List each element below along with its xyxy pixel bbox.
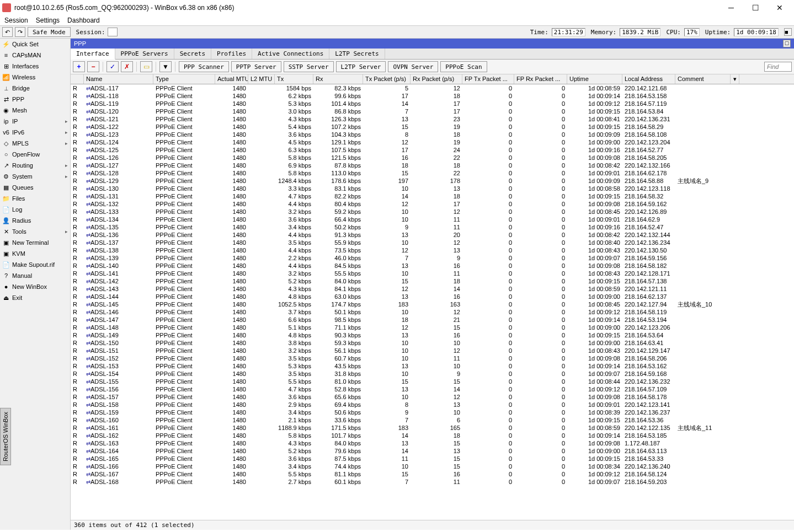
table-row[interactable]: R⇄ADSL-124PPPoE Client14804.5 kbps129.1 … — [71, 138, 794, 146]
table-row[interactable]: R⇄ADSL-150PPPoE Client14803.8 kbps59.3 k… — [71, 339, 794, 347]
pppoe-scan-button[interactable]: PPPoE Scan — [440, 61, 487, 72]
col-rx-packet[interactable]: Rx Packet (p/s) — [411, 74, 462, 84]
col-rx[interactable]: Rx — [313, 74, 363, 84]
table-row[interactable]: R⇄ADSL-147PPPoE Client14806.6 kbps98.5 k… — [71, 316, 794, 324]
sidebar-item-log[interactable]: 📄Log — [0, 204, 70, 215]
table-row[interactable]: R⇄ADSL-129PPPoE Client14801248.4 kbps178… — [71, 177, 794, 185]
menu-session[interactable]: Session — [4, 17, 28, 24]
sidebar-item-ipv6[interactable]: v6IPv6▸ — [0, 127, 70, 138]
table-row[interactable]: R⇄ADSL-119PPPoE Client14805.3 kbps101.4 … — [71, 100, 794, 108]
tab-interface[interactable]: Interface — [71, 49, 115, 60]
disable-button[interactable]: ✗ — [121, 61, 133, 72]
sidebar-item-capsman[interactable]: ≡CAPsMAN — [0, 50, 70, 61]
table-row[interactable]: R⇄ADSL-154PPPoE Client14803.5 kbps31.8 k… — [71, 370, 794, 378]
find-input[interactable] — [764, 62, 792, 72]
col-fp-tx-packet[interactable]: FP Tx Packet ... — [462, 74, 514, 84]
col-type[interactable]: Type — [153, 74, 215, 84]
sstp-server-button[interactable]: SSTP Server — [284, 61, 334, 72]
sidebar-item-ip[interactable]: ipIP▸ — [0, 116, 70, 127]
minimize-button[interactable]: ─ — [719, 0, 743, 15]
col-tx[interactable]: Tx — [275, 74, 313, 84]
table-row[interactable]: R⇄ADSL-141PPPoE Client14803.2 kbps55.5 k… — [71, 270, 794, 277]
menu-dashboard[interactable]: Dashboard — [67, 17, 100, 24]
col-local-address[interactable]: Local Address — [622, 74, 675, 84]
table-row[interactable]: R⇄ADSL-145PPPoE Client14801052.5 kbps174… — [71, 300, 794, 308]
table-row[interactable]: R⇄ADSL-165PPPoE Client14803.6 kbps87.5 k… — [71, 455, 794, 463]
table-row[interactable]: R⇄ADSL-138PPPoE Client14804.4 kbps73.5 k… — [71, 246, 794, 254]
remove-button[interactable]: − — [87, 61, 99, 72]
col-l2-mtu[interactable]: L2 MTU — [248, 74, 275, 84]
pptp-server-button[interactable]: PPTP Server — [231, 61, 281, 72]
sidebar-item-system[interactable]: ⚙System▸ — [0, 171, 70, 182]
col-uptime[interactable]: Uptime — [567, 74, 622, 84]
table-row[interactable]: R⇄ADSL-164PPPoE Client14805.2 kbps79.6 k… — [71, 447, 794, 455]
table-row[interactable]: R⇄ADSL-136PPPoE Client14804.4 kbps91.3 k… — [71, 231, 794, 239]
safe-mode-button[interactable]: Safe Mode — [28, 27, 71, 37]
table-row[interactable]: R⇄ADSL-163PPPoE Client14804.3 kbps84.0 k… — [71, 439, 794, 447]
sidebar-item-wireless[interactable]: 📶Wireless — [0, 72, 70, 83]
table-row[interactable]: R⇄ADSL-125PPPoE Client14806.3 kbps107.5 … — [71, 146, 794, 154]
forward-button[interactable]: ↷ — [15, 27, 25, 37]
panel-close-icon[interactable]: ☐ — [783, 40, 791, 47]
table-row[interactable]: R⇄ADSL-148PPPoE Client14805.1 kbps71.1 k… — [71, 324, 794, 331]
ovpn-server-button[interactable]: OVPN Server — [388, 61, 438, 72]
close-button[interactable]: ✕ — [768, 0, 792, 15]
col-tx-packet[interactable]: Tx Packet (p/s) — [363, 74, 411, 84]
dashboard-toggle[interactable]: ■ — [784, 28, 792, 36]
table-row[interactable]: R⇄ADSL-134PPPoE Client14803.6 kbps66.4 k… — [71, 216, 794, 223]
table-row[interactable]: R⇄ADSL-131PPPoE Client14804.7 kbps82.2 k… — [71, 192, 794, 200]
col-comment[interactable]: Comment — [675, 74, 731, 84]
table-row[interactable]: R⇄ADSL-162PPPoE Client14805.8 kbps101.7 … — [71, 432, 794, 439]
filter-button[interactable]: ▼ — [159, 61, 172, 72]
table-row[interactable]: R⇄ADSL-140PPPoE Client14804.4 kbps84.5 k… — [71, 262, 794, 270]
tab-pppoe-servers[interactable]: PPPoE Servers — [115, 49, 174, 59]
table-row[interactable]: R⇄ADSL-127PPPoE Client14806.9 kbps87.8 k… — [71, 162, 794, 169]
table-row[interactable]: R⇄ADSL-126PPPoE Client14805.8 kbps121.5 … — [71, 154, 794, 162]
sidebar-item-routing[interactable]: ↗Routing▸ — [0, 160, 70, 171]
table-row[interactable]: R⇄ADSL-158PPPoE Client14802.9 kbps69.4 k… — [71, 401, 794, 409]
session-box[interactable] — [108, 28, 118, 36]
table-row[interactable]: R⇄ADSL-133PPPoE Client14803.2 kbps59.2 k… — [71, 208, 794, 216]
sidebar-item-make-supout.rif[interactable]: 📄Make Supout.rif — [0, 259, 70, 270]
sidebar-item-interfaces[interactable]: ⊞Interfaces — [0, 61, 70, 72]
table-row[interactable]: R⇄ADSL-166PPPoE Client14803.4 kbps74.4 k… — [71, 463, 794, 470]
sidebar-item-new-terminal[interactable]: ▣New Terminal — [0, 237, 70, 248]
table-row[interactable]: R⇄ADSL-151PPPoE Client14803.2 kbps56.1 k… — [71, 347, 794, 354]
table-row[interactable]: R⇄ADSL-144PPPoE Client14804.8 kbps63.0 k… — [71, 293, 794, 300]
table-row[interactable]: R⇄ADSL-132PPPoE Client14804.4 kbps80.4 k… — [71, 200, 794, 208]
sidetab[interactable]: RouterOS WinBox — [0, 408, 11, 465]
menu-settings[interactable]: Settings — [36, 17, 60, 24]
table-row[interactable]: R⇄ADSL-153PPPoE Client14805.3 kbps43.5 k… — [71, 362, 794, 370]
tab-active-connections[interactable]: Active Connections — [252, 49, 329, 59]
tab-profiles[interactable]: Profiles — [211, 49, 252, 59]
table-row[interactable]: R⇄ADSL-159PPPoE Client14803.4 kbps50.6 k… — [71, 409, 794, 416]
sidebar-item-radius[interactable]: 👤Radius — [0, 215, 70, 226]
table-row[interactable]: R⇄ADSL-117PPPoE Client14801584 bps82.3 k… — [71, 84, 794, 92]
col-fp-rx-packet[interactable]: FP Rx Packet ... — [514, 74, 567, 84]
sidebar-item-mpls[interactable]: ◇MPLS▸ — [0, 138, 70, 149]
table-row[interactable]: R⇄ADSL-139PPPoE Client14802.2 kbps46.0 k… — [71, 254, 794, 262]
table-row[interactable]: R⇄ADSL-161PPPoE Client14801188.9 kbps171… — [71, 424, 794, 432]
tab-l2tp-secrets[interactable]: L2TP Secrets — [329, 49, 385, 59]
table-row[interactable]: R⇄ADSL-122PPPoE Client14805.4 kbps107.2 … — [71, 123, 794, 131]
table-row[interactable]: R⇄ADSL-156PPPoE Client14804.7 kbps52.8 k… — [71, 385, 794, 393]
sidebar-item-mesh[interactable]: ◉Mesh — [0, 105, 70, 116]
col-flag[interactable] — [71, 74, 84, 84]
tab-secrets[interactable]: Secrets — [174, 49, 211, 59]
sidebar-item-tools[interactable]: ✕Tools▸ — [0, 226, 70, 237]
col-name[interactable]: Name — [84, 74, 153, 84]
table-row[interactable]: R⇄ADSL-143PPPoE Client14804.3 kbps84.1 k… — [71, 285, 794, 293]
table-row[interactable]: R⇄ADSL-152PPPoE Client14803.5 kbps60.7 k… — [71, 354, 794, 362]
table-row[interactable]: R⇄ADSL-123PPPoE Client14803.6 kbps104.3 … — [71, 131, 794, 138]
enable-button[interactable]: ✓ — [106, 61, 119, 72]
table-row[interactable]: R⇄ADSL-167PPPoE Client14805.5 kbps81.1 k… — [71, 470, 794, 478]
sidebar-item-openflow[interactable]: ○OpenFlow — [0, 149, 70, 160]
table-row[interactable]: R⇄ADSL-146PPPoE Client14803.7 kbps50.1 k… — [71, 308, 794, 316]
sidebar-item-queues[interactable]: ▦Queues — [0, 182, 70, 193]
table-row[interactable]: R⇄ADSL-128PPPoE Client14805.8 kbps113.0 … — [71, 169, 794, 177]
sidebar-item-new-winbox[interactable]: ●New WinBox — [0, 281, 70, 292]
col-actual-mtu[interactable]: Actual MTU — [215, 74, 248, 84]
sidebar-item-kvm[interactable]: ▣KVM — [0, 248, 70, 259]
table-row[interactable]: R⇄ADSL-120PPPoE Client14803.0 kbps86.8 k… — [71, 108, 794, 115]
grid-body[interactable]: R⇄ADSL-117PPPoE Client14801584 bps82.3 k… — [71, 84, 794, 520]
